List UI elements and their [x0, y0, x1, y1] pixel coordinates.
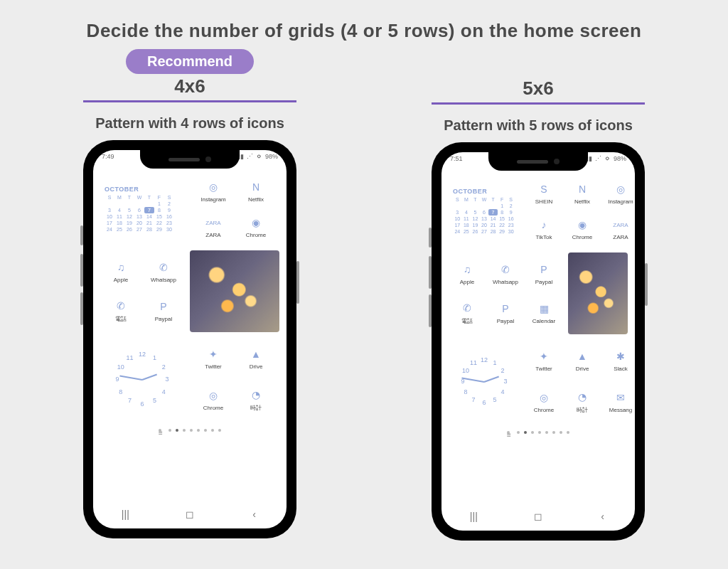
drive-icon: ▲	[248, 346, 264, 362]
home-grid[interactable]: OCTOBER SMTWTFS1234567891011121314151617…	[449, 174, 628, 504]
nav-bar: ||| ◻ ‹	[93, 506, 287, 523]
pager-dot[interactable]	[197, 429, 200, 432]
chrome2-icon: ◎	[536, 390, 552, 405]
pager-dot[interactable]	[517, 431, 520, 434]
app-label: Instagram	[200, 196, 226, 203]
page-indicator[interactable]: ≡	[100, 426, 279, 435]
chrome2-icon: ◎	[205, 388, 221, 403]
pager-dot[interactable]	[190, 429, 193, 432]
pager-dot[interactable]	[183, 429, 186, 432]
app-messenger[interactable]: ✉Messang	[605, 390, 635, 413]
app-slack[interactable]: ✱Slack	[605, 349, 635, 372]
app-twitter[interactable]: ✦Twitter	[196, 346, 231, 370]
app-shein[interactable]: SSHEIN	[528, 181, 560, 205]
app-label: ZARA	[613, 234, 628, 240]
app-tiktok[interactable]: ♪TikTok	[528, 217, 560, 240]
app-zara[interactable]: ZARAZARA	[196, 215, 231, 238]
app-paypal[interactable]: PPaypal	[146, 299, 181, 322]
app-chrome2[interactable]: ◎Chrome	[196, 388, 231, 411]
home-button[interactable]: ◻	[517, 511, 560, 522]
app-label: SHEIN	[535, 198, 552, 205]
app-label: Drive	[576, 366, 589, 372]
app-chrome[interactable]: ◉Chrome	[567, 217, 598, 240]
app-calendar[interactable]: ▦Calendar	[528, 301, 560, 324]
chrome-icon: ◉	[248, 215, 264, 230]
app-phone[interactable]: ✆電話	[103, 298, 139, 323]
clock-icon: ◔	[574, 389, 590, 405]
photo-widget[interactable]	[190, 250, 279, 332]
app-label: 電話	[461, 317, 473, 325]
app-instagram[interactable]: ◎Instagram	[605, 181, 635, 205]
recents-button[interactable]: |||	[452, 511, 495, 522]
notch	[488, 152, 588, 171]
app-label: ZARA	[205, 232, 220, 238]
app-apple[interactable]: ♫Apple	[103, 260, 139, 283]
app-paypal2[interactable]: PPaypal	[490, 301, 521, 324]
twitter-icon: ✦	[205, 346, 221, 362]
clock-widget[interactable]: 121234567891011	[449, 339, 520, 424]
pager-dot[interactable]	[168, 429, 171, 432]
app-clock[interactable]: ◔時計	[238, 387, 274, 412]
back-button[interactable]: ‹	[233, 509, 276, 520]
side-button	[80, 292, 83, 325]
calendar-widget[interactable]: OCTOBER SMTWTFS1234567891011121314151617…	[449, 174, 520, 248]
clock-widget[interactable]: 121234567891011	[100, 336, 184, 422]
drive-icon: ▲	[574, 349, 590, 364]
app-paypal[interactable]: PPaypal	[528, 262, 560, 285]
app-whatsapp[interactable]: ✆Whatsapp	[146, 260, 181, 283]
app-grid: ♫Apple✆Whatsapp✆電話PPaypal	[100, 250, 184, 332]
pager-dot[interactable]	[218, 429, 221, 432]
app-clock[interactable]: ◔時計	[567, 389, 598, 414]
phone-5x6: 7:51 ▮▮⋰⭘98% OCTOBER SMTWTFS123456789101…	[432, 142, 645, 541]
side-button	[80, 254, 83, 287]
pager-dot[interactable]	[176, 429, 178, 432]
page-indicator[interactable]: ≡	[449, 428, 628, 437]
zara-icon: ZARA	[205, 215, 221, 230]
back-button[interactable]: ‹	[582, 511, 624, 522]
app-label: Netflix	[248, 196, 264, 203]
app-netflix[interactable]: NNetflix	[238, 179, 274, 203]
app-label: Chrome	[572, 234, 592, 240]
pager-dot[interactable]	[545, 431, 548, 434]
app-label: Instagram	[608, 198, 633, 205]
app-phone[interactable]: ✆電話	[451, 300, 483, 325]
phone-icon: ✆	[113, 298, 129, 314]
app-whatsapp[interactable]: ✆Whatsapp	[490, 262, 521, 285]
pager-menu-icon[interactable]: ≡	[159, 429, 161, 432]
phone-4x6: 7:49 ▮▮⋰⭘98% OCTOBER SMTWTFS123456789101…	[83, 140, 296, 538]
app-netflix[interactable]: NNetflix	[567, 181, 598, 205]
home-button[interactable]: ◻	[168, 509, 211, 520]
pager-dot[interactable]	[538, 431, 541, 434]
app-label: Twitter	[205, 363, 222, 370]
app-drive[interactable]: ▲Drive	[567, 349, 598, 372]
battery-text: 98%	[265, 153, 278, 160]
photo-widget[interactable]	[568, 252, 628, 334]
calendar-widget[interactable]: OCTOBER SMTWTFS1234567891011121314151617…	[100, 171, 184, 246]
app-label: Slack	[614, 366, 628, 372]
notch	[140, 150, 240, 169]
recents-button[interactable]: |||	[104, 509, 146, 520]
app-twitter[interactable]: ✦Twitter	[528, 349, 560, 372]
pager-dot[interactable]	[560, 431, 562, 434]
app-chrome[interactable]: ◉Chrome	[238, 215, 274, 238]
pager-dot[interactable]	[524, 431, 527, 434]
pager-dot[interactable]	[531, 431, 534, 434]
app-instagram[interactable]: ◎Instagram	[196, 179, 231, 203]
pager-dot[interactable]	[211, 429, 214, 432]
app-label: 時計	[250, 404, 262, 412]
pager-menu-icon[interactable]: ≡	[507, 431, 510, 434]
home-grid[interactable]: OCTOBER SMTWTFS1234567891011121314151617…	[100, 171, 279, 501]
pager-dot[interactable]	[552, 431, 555, 434]
apple-icon: ♫	[459, 262, 475, 277]
app-zara[interactable]: ZARAZARA	[605, 217, 635, 240]
column-4x6: Recommend 4x6 Pattern with 4 rows of ico…	[55, 49, 325, 541]
app-drive[interactable]: ▲Drive	[238, 346, 274, 370]
pager-dot[interactable]	[567, 431, 569, 434]
grid-label-5x6: 5x6	[432, 78, 645, 105]
pager-dot[interactable]	[204, 429, 207, 432]
app-apple[interactable]: ♫Apple	[451, 262, 483, 285]
app-chrome2[interactable]: ◎Chrome	[528, 390, 560, 413]
app-label: Drive	[250, 363, 263, 370]
whatsapp-icon: ✆	[498, 262, 513, 277]
twitter-icon: ✦	[536, 349, 552, 364]
